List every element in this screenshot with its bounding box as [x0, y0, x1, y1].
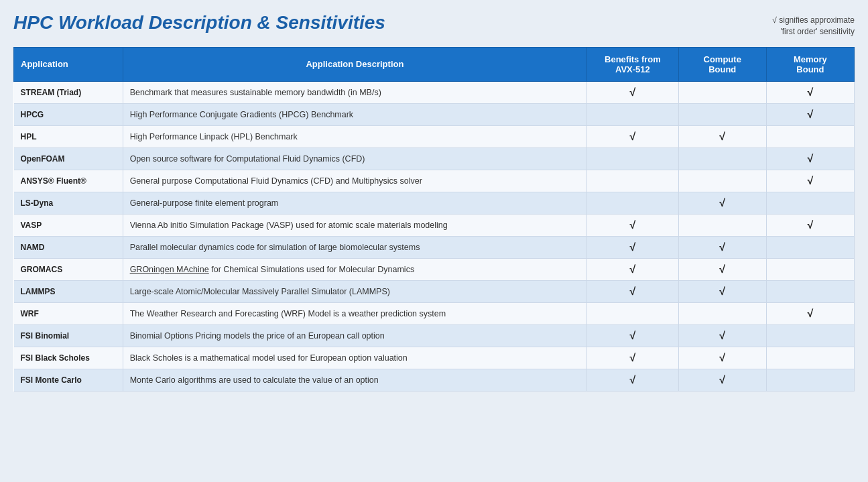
table-row: STREAM (Triad)Benchmark that measures su… [14, 81, 855, 103]
cell-avx: √ [587, 81, 678, 103]
cell-app: LS-Dyna [14, 192, 123, 214]
cell-desc: GROningen MAchine for Chemical Simulatio… [123, 258, 587, 280]
cell-app: FSI Black Scholes [14, 347, 123, 369]
cell-desc: The Weather Research and Forecasting (WR… [123, 302, 587, 324]
cell-desc: Monte Carlo algorithms are used to calcu… [123, 369, 587, 391]
cell-avx [587, 103, 678, 125]
cell-memory [766, 369, 854, 391]
cell-memory [766, 347, 854, 369]
cell-memory [766, 280, 854, 302]
cell-memory: √ [766, 81, 854, 103]
cell-avx: √ [587, 125, 678, 147]
cell-compute [678, 81, 766, 103]
footnote: √ signifies approximate 'first order' se… [772, 15, 855, 38]
cell-app: VASP [14, 214, 123, 236]
cell-compute: √ [678, 258, 766, 280]
cell-desc: General-purpose finite element program [123, 192, 587, 214]
cell-app: HPCG [14, 103, 123, 125]
cell-compute [678, 302, 766, 324]
cell-app: GROMACS [14, 258, 123, 280]
table-row: VASPVienna Ab initio Simulation Package … [14, 214, 855, 236]
cell-memory [766, 236, 854, 258]
cell-compute: √ [678, 192, 766, 214]
cell-memory: √ [766, 147, 854, 170]
cell-avx: √ [587, 258, 678, 280]
cell-memory: √ [766, 302, 854, 324]
cell-compute: √ [678, 369, 766, 391]
cell-avx: √ [587, 280, 678, 302]
cell-desc: Binomial Options Pricing models the pric… [123, 324, 587, 347]
col-header-app: Application [14, 47, 123, 81]
cell-memory [766, 125, 854, 147]
cell-desc: Vienna Ab initio Simulation Package (VAS… [123, 214, 587, 236]
cell-avx: √ [587, 324, 678, 347]
cell-app: FSI Monte Carlo [14, 369, 123, 391]
cell-compute: √ [678, 324, 766, 347]
col-header-memory: MemoryBound [766, 47, 854, 81]
cell-app: ANSYS® Fluent® [14, 170, 123, 192]
cell-avx: √ [587, 347, 678, 369]
table-row: FSI Black ScholesBlack Scholes is a math… [14, 347, 855, 369]
cell-avx [587, 192, 678, 214]
cell-desc: Large-scale Atomic/Molecular Massively P… [123, 280, 587, 302]
table-row: HPLHigh Performance Linpack (HPL) Benchm… [14, 125, 855, 147]
col-header-desc: Application Description [123, 47, 587, 81]
cell-avx: √ [587, 236, 678, 258]
cell-app: HPL [14, 125, 123, 147]
cell-compute [678, 147, 766, 170]
cell-avx: √ [587, 369, 678, 391]
cell-memory: √ [766, 103, 854, 125]
cell-memory [766, 258, 854, 280]
cell-memory: √ [766, 170, 854, 192]
cell-compute [678, 170, 766, 192]
cell-desc: High Performance Linpack (HPL) Benchmark [123, 125, 587, 147]
cell-app: FSI Binomial [14, 324, 123, 347]
cell-app: NAMD [14, 236, 123, 258]
cell-avx [587, 302, 678, 324]
cell-desc: General purpose Computational Fluid Dyna… [123, 170, 587, 192]
table-row: ANSYS® Fluent®General purpose Computatio… [14, 170, 855, 192]
cell-avx: √ [587, 214, 678, 236]
cell-compute: √ [678, 280, 766, 302]
cell-desc: Black Scholes is a mathematical model us… [123, 347, 587, 369]
table-row: NAMDParallel molecular dynamics code for… [14, 236, 855, 258]
cell-compute: √ [678, 236, 766, 258]
table-row: FSI Monte CarloMonte Carlo algorithms ar… [14, 369, 855, 391]
table-row: OpenFOAMOpen source software for Computa… [14, 147, 855, 170]
cell-compute: √ [678, 347, 766, 369]
cell-memory [766, 192, 854, 214]
table-row: GROMACSGROningen MAchine for Chemical Si… [14, 258, 855, 280]
cell-desc: Benchmark that measures sustainable memo… [123, 81, 587, 103]
table-row: FSI BinomialBinomial Options Pricing mod… [14, 324, 855, 347]
cell-desc: Open source software for Computational F… [123, 147, 587, 170]
table-row: HPCGHigh Performance Conjugate Gradients… [14, 103, 855, 125]
cell-compute [678, 103, 766, 125]
cell-app: LAMMPS [14, 280, 123, 302]
cell-avx [587, 170, 678, 192]
cell-avx [587, 147, 678, 170]
page-header: HPC Workload Description & Sensitivities… [13, 12, 855, 38]
cell-desc: Parallel molecular dynamics code for sim… [123, 236, 587, 258]
cell-memory [766, 324, 854, 347]
cell-app: STREAM (Triad) [14, 81, 123, 103]
col-header-compute: ComputeBound [678, 47, 766, 81]
cell-memory: √ [766, 214, 854, 236]
cell-app: WRF [14, 302, 123, 324]
cell-desc: High Performance Conjugate Gradients (HP… [123, 103, 587, 125]
workload-table: Application Application Description Bene… [13, 47, 855, 391]
table-row: WRFThe Weather Research and Forecasting … [14, 302, 855, 324]
cell-compute: √ [678, 125, 766, 147]
cell-compute [678, 214, 766, 236]
cell-app: OpenFOAM [14, 147, 123, 170]
table-row: LS-DynaGeneral-purpose finite element pr… [14, 192, 855, 214]
table-row: LAMMPSLarge-scale Atomic/Molecular Massi… [14, 280, 855, 302]
col-header-avx: Benefits fromAVX-512 [587, 47, 678, 81]
page-title: HPC Workload Description & Sensitivities [13, 12, 385, 34]
